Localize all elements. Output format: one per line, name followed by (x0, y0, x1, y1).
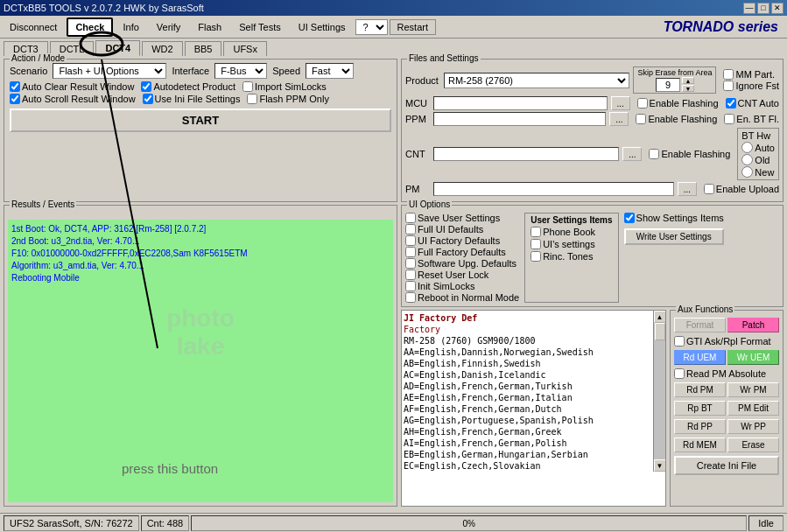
list-item: RM-258 (2760) GSM900/1800 (404, 335, 651, 346)
cnt-enable-flash-cb[interactable]: Enable Flashing (649, 149, 730, 159)
patch-button[interactable]: Patch (727, 318, 779, 332)
maximize-button[interactable]: □ (757, 3, 769, 14)
scroll-down-btn[interactable]: ▼ (654, 459, 666, 472)
self-tests-button[interactable]: Self Tests (231, 18, 289, 37)
interface-select[interactable]: F-Bus (214, 63, 267, 79)
verify-button[interactable]: Verify (149, 18, 189, 37)
wr-uem-button[interactable]: Wr UEM (727, 350, 779, 365)
mcu-browse-btn[interactable]: ... (611, 96, 630, 110)
mcu-input[interactable] (433, 96, 608, 110)
ppm-input[interactable] (433, 112, 606, 126)
rd-pm-button[interactable]: Rd PM (674, 382, 726, 397)
format-button[interactable]: Format (674, 318, 726, 332)
list-item: AC=English,Danish,Icelandic (404, 369, 651, 381)
info-button[interactable]: Info (115, 18, 146, 37)
ring-tones-cb[interactable]: Rinc. Tones (531, 251, 612, 262)
reboot-normal-cb[interactable]: Reboot in Normal Mode (405, 292, 519, 303)
save-user-settings-cb[interactable]: Save User Settings (405, 213, 519, 223)
bt-hw-title: BT Hw (741, 130, 775, 141)
disconnect-button[interactable]: Disconnect (2, 18, 65, 37)
ui-factory-defaults-cb[interactable]: UI Factory Defaults (405, 235, 519, 246)
use-ini-cb[interactable]: Use Ini File Settings (143, 94, 241, 104)
start-button[interactable]: START (10, 108, 391, 132)
tabs-row: DCT3 DCTL DCT4 WD2 BB5 UFSx (0, 38, 787, 56)
ui-settings-button[interactable]: UI Settings (291, 18, 354, 37)
mm-part-cb[interactable]: MM Part. (723, 69, 779, 80)
ui-settings-inner-cb[interactable]: UI's settings (531, 239, 612, 249)
ppm-browse-btn[interactable]: ... (609, 112, 629, 126)
list-item: AE=English,French,German,Italian (404, 392, 651, 403)
mcu-enable-flash-cb[interactable]: Enable Flashing (637, 98, 719, 108)
title-text: DCTxBB5 TOOLS v 2.0.7.2 HWK by SarasSoft (4, 3, 204, 13)
results-content: 1st Boot: Ok, DCT4, APP: 3162 [Rm-258] [… (8, 220, 393, 502)
skip-erase-down-btn[interactable]: ▼ (682, 85, 694, 92)
status-bar: UFS2 SarasSoft, S/N: 76272 Cnt: 488 0% I… (0, 513, 787, 532)
pm-browse-btn[interactable]: ... (678, 182, 697, 196)
bt-hw-auto-radio[interactable]: Auto (741, 142, 775, 153)
read-pm-absolute-cb[interactable]: Read PM Absolute (674, 368, 779, 379)
init-simlocks-cb[interactable]: Init SimLocks (405, 281, 519, 291)
flash-ppm-cb[interactable]: Flash PPM Only (247, 94, 328, 104)
flash-button[interactable]: Flash (190, 18, 229, 37)
action-mode-label: Action / Mode (10, 53, 67, 63)
full-factory-defaults-cb[interactable]: Full Factory Defaults (405, 247, 519, 257)
product-select[interactable]: RM-258 (2760) (444, 73, 629, 88)
scroll-thumb[interactable] (655, 323, 665, 340)
info-list-scrollbar[interactable]: ▲ ▼ (653, 311, 665, 472)
ignore-fst-cb[interactable]: Ignore Fst (723, 80, 779, 91)
pm-edit-button[interactable]: PM Edit (727, 401, 779, 416)
bt-hw-new-radio[interactable]: New (741, 166, 775, 178)
cnt-auto-cb[interactable]: CNT Auto (726, 98, 780, 108)
wr-pm-button[interactable]: Wr PM (727, 382, 779, 397)
ppm-enable-flash-cb[interactable]: Enable Flashing (636, 114, 717, 124)
ui-col-left: Save User Settings Full UI Defaults UI F… (405, 213, 519, 303)
cnt-input[interactable] (433, 147, 619, 161)
show-settings-items-cb[interactable]: Show Settings Items (624, 213, 724, 223)
progress-text: 0% (463, 518, 475, 528)
watermark: photolake (166, 304, 235, 360)
speed-select[interactable]: Fast (306, 63, 354, 79)
rd-pp-button[interactable]: Rd PP (674, 419, 726, 434)
tab-ufsx[interactable]: UFSx (223, 41, 267, 56)
erase-button[interactable]: Erase (727, 438, 779, 452)
scroll-up-btn[interactable]: ▲ (654, 311, 666, 323)
check-button[interactable]: Check (67, 18, 113, 37)
rp-bt-button[interactable]: Rp BT (674, 401, 726, 416)
import-simlocks-cb[interactable]: Import SimLocks (242, 81, 327, 92)
close-button[interactable]: ✕ (771, 3, 783, 14)
skip-erase-input[interactable] (656, 78, 680, 92)
software-upg-defaults-cb[interactable]: Software Upg. Defaults (405, 258, 519, 269)
auto-clear-cb[interactable]: Auto Clear Result Window (10, 81, 134, 92)
write-user-settings-btn[interactable]: Write User Settings (624, 228, 724, 245)
rd-mem-button[interactable]: Rd MEM (674, 438, 726, 452)
window-controls: — □ ✕ (743, 3, 783, 14)
skip-erase-up-btn[interactable]: ▲ (682, 77, 694, 84)
cnt-status: Cnt: 488 (141, 515, 190, 531)
tab-dct4[interactable]: DCT4 (95, 40, 140, 56)
result-line-1: 1st Boot: Ok, DCT4, APP: 3162 [Rm-258] [… (11, 223, 390, 235)
phone-book-cb[interactable]: Phone Book (531, 227, 612, 237)
scenario-label: Scenario (10, 66, 47, 76)
list-item: EB=English,German,Hungarian,Serbian (404, 449, 651, 460)
autodetect-cb[interactable]: Autodetect Product (141, 81, 235, 92)
minimize-button[interactable]: — (743, 3, 755, 14)
reset-user-lock-cb[interactable]: Reset User Lock (405, 270, 519, 280)
interface-label: Interface (172, 66, 209, 76)
create-ini-file-btn[interactable]: Create Ini File (674, 456, 779, 475)
pm-enable-upload-cb[interactable]: Enable Upload (704, 184, 779, 194)
auto-scroll-cb[interactable]: Auto Scroll Result Window (10, 94, 136, 104)
bt-hw-old-radio[interactable]: Old (741, 154, 775, 165)
scenario-select[interactable]: Flash + UI Options (53, 63, 166, 79)
rd-uem-button[interactable]: Rd UEM (674, 350, 726, 365)
tab-wd2[interactable]: WD2 (142, 41, 182, 56)
question-dropdown[interactable]: ? (355, 19, 388, 35)
en-bt-fl-cb[interactable]: En. BT Fl. (724, 114, 779, 124)
tab-bb5[interactable]: BB5 (185, 41, 222, 56)
full-ui-defaults-cb[interactable]: Full UI Defaults (405, 224, 519, 234)
pm-input[interactable] (433, 182, 674, 196)
gti-cb[interactable]: GTI Ask/Rpl Format (674, 336, 779, 346)
wr-pp-button[interactable]: Wr PP (727, 419, 779, 434)
skip-erase-label: Skip Erase from Area (637, 68, 712, 77)
restart-button[interactable]: Restart (390, 19, 436, 35)
cnt-browse-btn[interactable]: ... (622, 147, 642, 161)
